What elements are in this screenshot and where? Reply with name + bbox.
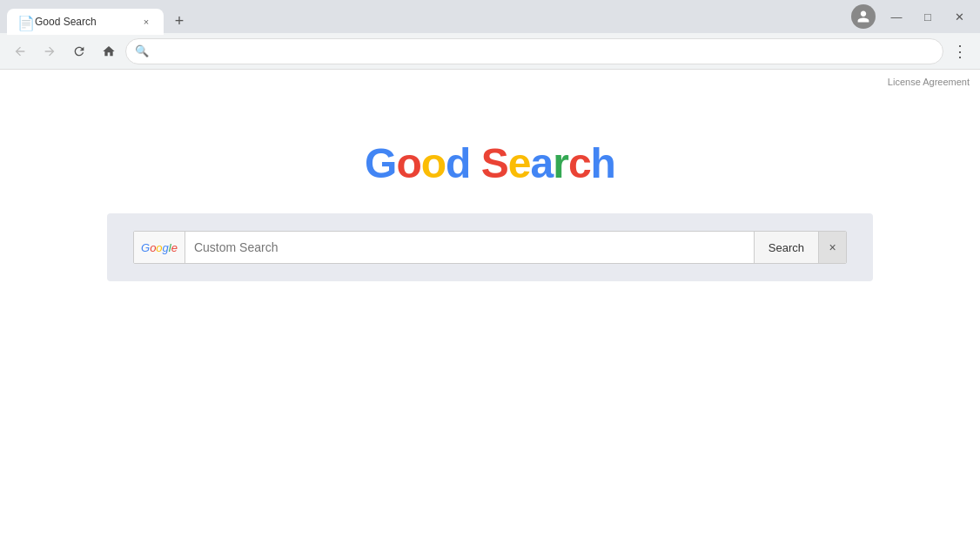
tab-close-button[interactable]: ×: [139, 15, 153, 29]
title-space: [470, 140, 480, 186]
home-button[interactable]: [96, 38, 122, 64]
title-letter-S: S: [481, 140, 508, 186]
page-title: Good Search: [365, 139, 615, 187]
main-content-area: Good Search Google Search ×: [0, 70, 980, 281]
active-tab[interactable]: 📄 Good Search ×: [7, 9, 164, 35]
page-content: License Agreement Good Search Google Sea…: [0, 70, 980, 553]
forward-button[interactable]: [37, 38, 63, 64]
account-icon: [856, 10, 870, 24]
maximize-button[interactable]: □: [914, 3, 942, 30]
close-window-button[interactable]: ✕: [945, 3, 973, 30]
search-button[interactable]: Search: [754, 232, 818, 263]
title-bar: 📄 Good Search × + — □ ✕: [0, 0, 980, 33]
google-e: e: [171, 241, 178, 254]
minimize-button[interactable]: —: [883, 3, 910, 30]
chrome-window: 📄 Good Search × + — □ ✕: [0, 0, 980, 553]
search-container: Google Search ×: [107, 213, 873, 281]
tab-title: Good Search: [35, 16, 134, 28]
tab-bar: 📄 Good Search × +: [7, 0, 851, 33]
new-tab-button[interactable]: +: [167, 9, 191, 33]
google-o2: o: [156, 241, 162, 254]
google-g2: g: [163, 241, 169, 254]
home-icon: [102, 44, 116, 58]
google-g: G: [141, 241, 150, 254]
back-icon: [13, 44, 27, 58]
address-input[interactable]: [154, 44, 934, 57]
reload-icon: [72, 44, 86, 58]
title-letter-d: d: [446, 140, 470, 186]
title-letter-a: a: [530, 140, 553, 186]
title-letter-c: c: [568, 140, 591, 186]
tab-page-icon: 📄: [17, 15, 30, 29]
back-button[interactable]: [7, 38, 33, 64]
title-letter-h: h: [591, 140, 615, 186]
search-box: Google Search ×: [133, 231, 847, 264]
google-label: Google: [134, 232, 185, 263]
license-agreement-link[interactable]: License Agreement: [888, 77, 970, 87]
account-button[interactable]: [851, 4, 876, 29]
address-bar[interactable]: 🔍: [125, 38, 943, 64]
search-clear-button[interactable]: ×: [818, 232, 846, 263]
title-letter-e: e: [508, 140, 531, 186]
chrome-menu-button[interactable]: ⋮: [947, 38, 973, 64]
title-letter-o1: o: [396, 140, 420, 186]
window-controls: — □ ✕: [883, 3, 973, 30]
title-letter-r: r: [553, 140, 568, 186]
search-input[interactable]: [185, 232, 754, 263]
title-letter-o2: o: [421, 140, 446, 186]
title-letter-G: G: [365, 140, 396, 186]
forward-icon: [43, 44, 57, 58]
reload-button[interactable]: [66, 38, 92, 64]
google-o1: o: [150, 241, 156, 254]
nav-bar: 🔍 ⋮: [0, 33, 980, 70]
address-search-icon: 🔍: [135, 44, 149, 57]
